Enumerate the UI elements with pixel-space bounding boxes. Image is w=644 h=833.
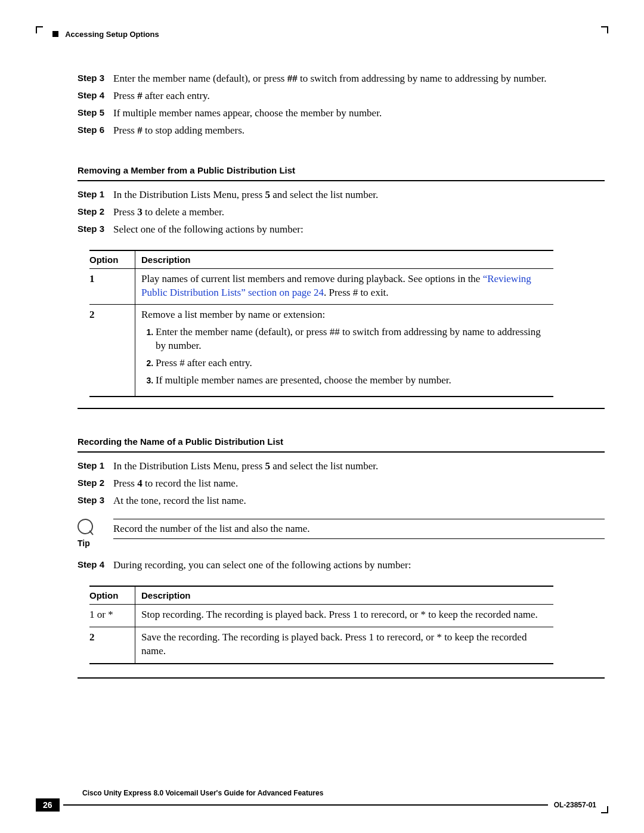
table-row: 2 Save the recording. The recording is p…: [89, 627, 553, 663]
rule: [78, 451, 605, 453]
step-label: Step 1: [78, 188, 113, 202]
step-row: Step 3 At the tone, record the list name…: [78, 494, 605, 508]
list-item: If multiple member names are presented, …: [156, 374, 549, 388]
sub-steps-list: Enter the member name (default), or pres…: [141, 326, 549, 388]
step-text: At the tone, record the list name.: [113, 494, 605, 508]
step-label: Step 3: [78, 223, 113, 237]
section-heading: Recording the Name of a Public Distribut…: [78, 436, 605, 447]
step-label: Step 1: [78, 460, 113, 473]
table-row: 1 or * Stop recording. The recording is …: [89, 604, 553, 627]
list-item: Enter the member name (default), or pres…: [156, 326, 549, 353]
step-row: Step 3 Enter the member name (default), …: [78, 72, 605, 86]
crop-mark-tl: [36, 26, 43, 33]
step-row: Step 1 In the Distribution Lists Menu, p…: [78, 188, 605, 202]
step-row: Step 2 Press 4 to record the list name.: [78, 477, 605, 491]
step-label: Step 2: [78, 477, 113, 491]
step-text: In the Distribution Lists Menu, press 5 …: [113, 460, 605, 473]
footer-title: Cisco Unity Express 8.0 Voicemail User's…: [82, 789, 323, 797]
cell-option: 1: [89, 268, 135, 305]
step-text: Select one of the following actions by n…: [113, 223, 605, 237]
cell-description: Play names of current list members and r…: [135, 268, 553, 305]
col-option: Option: [89, 250, 135, 269]
step-label: Step 3: [78, 494, 113, 508]
cell-option: 2: [89, 627, 135, 663]
tip-text: Record the number of the list and also t…: [113, 519, 605, 539]
page-footer: Cisco Unity Express 8.0 Voicemail User's…: [36, 789, 608, 812]
section-heading: Removing a Member from a Public Distribu…: [78, 165, 605, 175]
col-description: Description: [135, 250, 553, 269]
step-label: Step 4: [78, 559, 113, 572]
step-text: If multiple member names appear, choose …: [113, 107, 605, 120]
tip-label: Tip: [78, 538, 113, 548]
tip-block: Tip Record the number of the list and al…: [78, 519, 605, 548]
table-row: 1 Play names of current list members and…: [89, 268, 553, 305]
step-label: Step 5: [78, 107, 113, 120]
tip-icon: [75, 516, 97, 538]
step-row: Step 6 Press # to stop adding members.: [78, 124, 605, 138]
options-table: Option Description 1 Play names of curre…: [89, 250, 553, 398]
crop-mark-tr: [601, 26, 608, 33]
square-bullet-icon: [52, 31, 58, 37]
body-content: Step 3 Enter the member name (default), …: [78, 72, 605, 679]
table-header-row: Option Description: [89, 250, 553, 269]
step-text: Press # after each entry.: [113, 89, 605, 103]
step-row: Step 2 Press 3 to delete a member.: [78, 206, 605, 219]
crop-mark-br: [601, 806, 608, 813]
document-id: OL-23857-01: [554, 801, 596, 809]
step-row: Step 4 Press # after each entry.: [78, 89, 605, 103]
step-label: Step 6: [78, 124, 113, 138]
step-label: Step 2: [78, 206, 113, 219]
col-option: Option: [89, 586, 135, 605]
step-row: Step 1 In the Distribution Lists Menu, p…: [78, 460, 605, 473]
step-text: Press # to stop adding members.: [113, 124, 605, 138]
step-text: Press 4 to record the list name.: [113, 477, 605, 491]
running-head-text: Accessing Setup Options: [65, 30, 159, 39]
step-text: During recording, you can select one of …: [113, 559, 605, 572]
step-text: Enter the member name (default), or pres…: [113, 72, 605, 86]
cell-description: Stop recording. The recording is played …: [135, 604, 553, 627]
list-item: Press # after each entry.: [156, 357, 549, 370]
table-header-row: Option Description: [89, 586, 553, 605]
cell-option: 2: [89, 305, 135, 397]
cell-option: 1 or *: [89, 604, 135, 627]
cell-description: Save the recording. The recording is pla…: [135, 627, 553, 663]
step-text: Press 3 to delete a member.: [113, 206, 605, 219]
rule: [78, 677, 605, 679]
running-head: Accessing Setup Options: [52, 30, 608, 39]
step-row: Step 4 During recording, you can select …: [78, 559, 605, 572]
step-row: Step 5 If multiple member names appear, …: [78, 107, 605, 120]
rule: [78, 180, 605, 181]
step-row: Step 3 Select one of the following actio…: [78, 223, 605, 237]
rule: [78, 408, 605, 409]
col-description: Description: [135, 586, 553, 605]
page-number: 26: [36, 798, 60, 812]
footer-rule: [63, 804, 548, 806]
cell-description: Remove a list member by name or extensio…: [135, 305, 553, 397]
step-label: Step 4: [78, 89, 113, 103]
step-text: In the Distribution Lists Menu, press 5 …: [113, 188, 605, 202]
step-label: Step 3: [78, 72, 113, 86]
options-table: Option Description 1 or * Stop recording…: [89, 586, 553, 664]
table-row: 2 Remove a list member by name or extens…: [89, 305, 553, 397]
